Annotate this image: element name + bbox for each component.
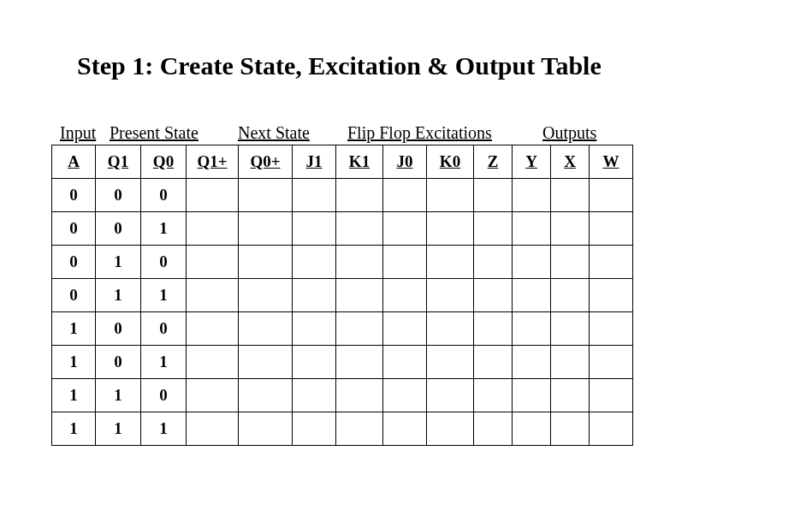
cell-z bbox=[474, 312, 513, 346]
col-j0: J0 bbox=[383, 145, 427, 179]
group-label-present: Present State bbox=[110, 123, 238, 143]
table-row: 000 bbox=[52, 179, 633, 212]
col-q1p: Q1+ bbox=[187, 145, 239, 179]
cell-a: 0 bbox=[52, 212, 96, 246]
cell-q1p bbox=[187, 179, 239, 212]
cell-a: 1 bbox=[52, 312, 96, 346]
cell-q0p bbox=[239, 212, 293, 246]
cell-y bbox=[513, 312, 551, 346]
cell-w bbox=[590, 279, 633, 312]
column-group-labels: Input Present State Next State Flip Flop… bbox=[60, 123, 795, 143]
cell-q1p bbox=[187, 246, 239, 279]
cell-z bbox=[474, 412, 513, 446]
cell-y bbox=[513, 246, 551, 279]
cell-x bbox=[551, 212, 590, 246]
cell-j1 bbox=[293, 346, 336, 379]
cell-q0p bbox=[239, 412, 293, 446]
page-title: Step 1: Create State, Excitation & Outpu… bbox=[77, 51, 795, 80]
table-row: 110 bbox=[52, 379, 633, 412]
cell-q1: 1 bbox=[96, 279, 141, 312]
cell-w bbox=[590, 412, 633, 446]
cell-q1: 0 bbox=[96, 212, 141, 246]
cell-z bbox=[474, 279, 513, 312]
cell-k1 bbox=[336, 412, 383, 446]
col-j1: J1 bbox=[293, 145, 336, 179]
cell-y bbox=[513, 412, 551, 446]
cell-j0 bbox=[383, 246, 427, 279]
col-k0: K0 bbox=[427, 145, 474, 179]
cell-q1: 0 bbox=[96, 346, 141, 379]
cell-j1 bbox=[293, 279, 336, 312]
table-row: 011 bbox=[52, 279, 633, 312]
cell-q1p bbox=[187, 212, 239, 246]
cell-q0p bbox=[239, 279, 293, 312]
cell-y bbox=[513, 279, 551, 312]
cell-q1p bbox=[187, 312, 239, 346]
group-label-flip: Flip Flop Excitations bbox=[347, 123, 542, 143]
cell-a: 0 bbox=[52, 279, 96, 312]
cell-k0 bbox=[427, 279, 474, 312]
cell-w bbox=[590, 379, 633, 412]
cell-z bbox=[474, 246, 513, 279]
col-a: A bbox=[52, 145, 96, 179]
cell-w bbox=[590, 346, 633, 379]
cell-j0 bbox=[383, 412, 427, 446]
cell-z bbox=[474, 212, 513, 246]
cell-q0p bbox=[239, 179, 293, 212]
cell-k0 bbox=[427, 412, 474, 446]
cell-j0 bbox=[383, 212, 427, 246]
cell-k1 bbox=[336, 212, 383, 246]
table-row: 001 bbox=[52, 212, 633, 246]
cell-q1p bbox=[187, 346, 239, 379]
cell-w bbox=[590, 312, 633, 346]
cell-q1: 0 bbox=[96, 179, 141, 212]
cell-q1p bbox=[187, 412, 239, 446]
cell-q1: 0 bbox=[96, 312, 141, 346]
table-row: 100 bbox=[52, 312, 633, 346]
group-label-outputs: Outputs bbox=[542, 123, 628, 143]
cell-q1: 1 bbox=[96, 412, 141, 446]
cell-a: 1 bbox=[52, 379, 96, 412]
col-y: Y bbox=[513, 145, 551, 179]
cell-q1p bbox=[187, 279, 239, 312]
cell-y bbox=[513, 346, 551, 379]
col-x: X bbox=[551, 145, 590, 179]
col-q0p: Q0+ bbox=[239, 145, 293, 179]
cell-j1 bbox=[293, 312, 336, 346]
cell-q0: 0 bbox=[141, 379, 187, 412]
cell-q0: 0 bbox=[141, 312, 187, 346]
col-w: W bbox=[590, 145, 633, 179]
cell-k1 bbox=[336, 179, 383, 212]
table-row: 101 bbox=[52, 346, 633, 379]
cell-k0 bbox=[427, 379, 474, 412]
cell-q0: 1 bbox=[141, 279, 187, 312]
cell-k1 bbox=[336, 246, 383, 279]
cell-x bbox=[551, 279, 590, 312]
group-label-next: Next State bbox=[238, 123, 347, 143]
cell-x bbox=[551, 412, 590, 446]
table-row: 010 bbox=[52, 246, 633, 279]
cell-j1 bbox=[293, 246, 336, 279]
table-body: 000001010011100101110111 bbox=[52, 179, 633, 446]
cell-w bbox=[590, 179, 633, 212]
cell-x bbox=[551, 179, 590, 212]
cell-j0 bbox=[383, 312, 427, 346]
col-z: Z bbox=[474, 145, 513, 179]
cell-x bbox=[551, 312, 590, 346]
state-table: A Q1 Q0 Q1+ Q0+ J1 K1 J0 K0 Z Y X W 0000… bbox=[51, 145, 633, 446]
col-k1: K1 bbox=[336, 145, 383, 179]
cell-q0: 1 bbox=[141, 346, 187, 379]
cell-j0 bbox=[383, 379, 427, 412]
cell-k0 bbox=[427, 246, 474, 279]
cell-k0 bbox=[427, 212, 474, 246]
group-label-input: Input bbox=[60, 123, 110, 143]
cell-q0: 1 bbox=[141, 412, 187, 446]
cell-w bbox=[590, 212, 633, 246]
cell-a: 1 bbox=[52, 346, 96, 379]
table-header-row: A Q1 Q0 Q1+ Q0+ J1 K1 J0 K0 Z Y X W bbox=[52, 145, 633, 179]
cell-k1 bbox=[336, 312, 383, 346]
col-q0: Q0 bbox=[141, 145, 187, 179]
cell-y bbox=[513, 379, 551, 412]
cell-q0p bbox=[239, 346, 293, 379]
cell-q1: 1 bbox=[96, 379, 141, 412]
